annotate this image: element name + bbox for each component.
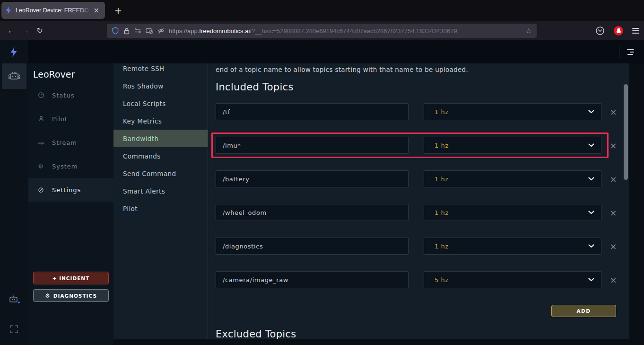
scrollbar-thumb[interactable] — [624, 84, 628, 180]
sidebar-item-label: Stream — [52, 139, 77, 146]
settings-menu-list: Remote SSH Ros Shadow Local Scripts Key … — [113, 63, 208, 217]
topic-name-input[interactable]: /wheel_odom — [216, 204, 409, 221]
remove-topic-button[interactable]: × — [608, 207, 619, 218]
rate-select[interactable]: 1 hz — [424, 204, 601, 221]
lightning-favicon-icon — [5, 7, 12, 14]
sidebar-item-pilot[interactable]: Pilot — [28, 107, 113, 131]
tab-title-fade — [79, 5, 92, 17]
add-device-icon[interactable] — [9, 294, 20, 305]
app-logo-bolt-icon[interactable] — [9, 47, 18, 57]
system-gear-icon: ⚙ — [37, 163, 44, 170]
forward-button[interactable]: → — [18, 24, 33, 38]
rate-select[interactable]: 1 hz — [424, 103, 601, 120]
sidebar-nav: Status Pilot Stream ⚙ System — [28, 83, 113, 202]
settings-menu-item[interactable]: Remote SSH — [113, 63, 208, 77]
new-tab-button[interactable]: + — [112, 4, 125, 17]
pocket-icon[interactable] — [595, 26, 605, 35]
diagnostics-gear-icon: ⚙ — [45, 292, 51, 299]
eye-blocked-icon[interactable] — [157, 27, 165, 34]
topic-name-input[interactable]: /battery — [216, 170, 409, 187]
pilot-person-icon — [37, 115, 44, 122]
rate-select[interactable]: 1 hz — [424, 137, 601, 154]
rover-icon — [8, 71, 20, 81]
topic-name-input[interactable]: /camera/image_raw — [216, 271, 409, 288]
included-topics-list: /tf 1 hz × /imu* 1 — [216, 103, 629, 288]
topic-name-input[interactable]: /imu* — [216, 137, 409, 154]
browser-toolbar: ← → ↻ https://app.freedomroboti — [0, 21, 644, 40]
rate-select[interactable]: 5 hz — [424, 271, 601, 288]
remove-topic-button[interactable]: × — [608, 274, 619, 285]
bookmark-star-icon[interactable]: ☆ — [526, 27, 532, 35]
browser-tab-bar: LeoRover Device: FREEDO × + — [0, 0, 644, 21]
diagnostics-button[interactable]: ⚙ DIAGNOSTICS — [33, 289, 109, 302]
remove-topic-button[interactable]: × — [608, 173, 619, 185]
url-text: https://app.freedomrobotics.ai/?__hstc=5… — [169, 27, 522, 35]
sidebar-item-label: System — [52, 163, 78, 170]
filter-sort-icon[interactable] — [627, 49, 634, 55]
lock-icon[interactable] — [123, 27, 130, 35]
rate-select[interactable]: 1 hz — [424, 170, 601, 187]
topic-name-input[interactable]: /tf — [216, 103, 409, 120]
browser-tab-active[interactable]: LeoRover Device: FREEDO × — [1, 2, 105, 19]
url-bar[interactable]: https://app.freedomrobotics.ai/?__hstc=5… — [107, 24, 537, 38]
settings-menu-item[interactable]: Local Scripts — [113, 95, 208, 112]
toolbar-right-cluster — [595, 21, 639, 40]
rate-value: 5 hz — [435, 276, 588, 283]
permissions-icon[interactable] — [134, 27, 141, 34]
sidebar-item-label: Settings — [52, 186, 81, 194]
fullscreen-icon[interactable] — [10, 325, 18, 333]
device-rover-tile[interactable] — [2, 63, 26, 89]
device-name: LeoRover — [28, 63, 113, 85]
remove-topic-button[interactable]: × — [608, 140, 619, 151]
add-topic-button[interactable]: ADD — [551, 305, 616, 317]
sidebar-item-settings[interactable]: Settings — [28, 178, 113, 202]
menu-hamburger-icon[interactable] — [632, 28, 639, 34]
sidebar-item-label: Status — [52, 92, 74, 99]
tracking-shield-icon[interactable] — [112, 27, 119, 35]
device-sidebar: LeoRover Status Pilot Stream — [28, 63, 113, 345]
incident-button[interactable]: + INCIDENT — [33, 272, 109, 284]
topic-name-input[interactable]: /diagnostics — [216, 238, 409, 255]
settings-menu-item[interactable]: Pilot — [113, 200, 208, 217]
chevron-down-icon — [588, 244, 594, 248]
freedom-robotics-app: LeoRover Status Pilot Stream — [0, 40, 644, 345]
sidebar-item-system[interactable]: ⚙ System — [28, 154, 113, 178]
settings-menu-item[interactable]: Ros Shadow — [113, 77, 208, 95]
app-top-bar — [28, 40, 644, 63]
topic-row: /tf 1 hz × — [216, 103, 629, 120]
topbar-divider — [619, 45, 619, 58]
settings-icon — [37, 187, 44, 193]
autoplay-blocked-icon[interactable] — [146, 27, 153, 34]
rate-value: 1 hz — [435, 209, 588, 216]
settings-menu-item[interactable]: Smart Alerts — [113, 182, 208, 200]
settings-menu-item[interactable]: Bandwidth — [113, 130, 208, 147]
topic-row: /wheel_odom 1 hz × — [216, 204, 629, 221]
rate-value: 1 hz — [435, 176, 588, 183]
included-topics-title: Included Topics — [216, 81, 629, 93]
diagnostics-button-label: DIAGNOSTICS — [53, 293, 97, 299]
settings-menu-item[interactable]: Key Metrics — [113, 112, 208, 130]
bandwidth-intro-text: end of a topic name to allow topics star… — [216, 66, 629, 73]
rate-value: 1 hz — [435, 243, 588, 250]
sidebar-item-status[interactable]: Status — [28, 83, 113, 107]
settings-card: Remote SSH Ros Shadow Local Scripts Key … — [113, 63, 629, 339]
sidebar-item-label: Pilot — [52, 115, 68, 123]
remove-topic-button[interactable]: × — [608, 240, 619, 252]
remove-topic-button[interactable]: × — [608, 106, 619, 117]
excluded-topics-title: Excluded Topics — [216, 328, 629, 339]
rate-select[interactable]: 1 hz — [424, 238, 601, 255]
topic-row: /imu* 1 hz × — [216, 137, 629, 154]
back-button[interactable]: ← — [4, 24, 18, 38]
settings-menu-item[interactable]: Commands — [113, 147, 208, 165]
app-rail — [0, 40, 28, 345]
settings-menu-item[interactable]: Send Command — [113, 165, 208, 182]
adblock-extension-icon[interactable] — [614, 26, 623, 35]
chevron-down-icon — [588, 177, 594, 181]
included-topics-actions: ADD — [216, 305, 616, 317]
sidebar-item-stream[interactable]: Stream — [28, 131, 113, 154]
chevron-down-icon — [588, 278, 594, 282]
reload-button[interactable]: ↻ — [33, 24, 47, 38]
bandwidth-panel: end of a topic name to allow topics star… — [208, 63, 629, 339]
topic-row: /battery 1 hz × — [216, 170, 629, 187]
tab-close-icon[interactable]: × — [91, 6, 101, 15]
